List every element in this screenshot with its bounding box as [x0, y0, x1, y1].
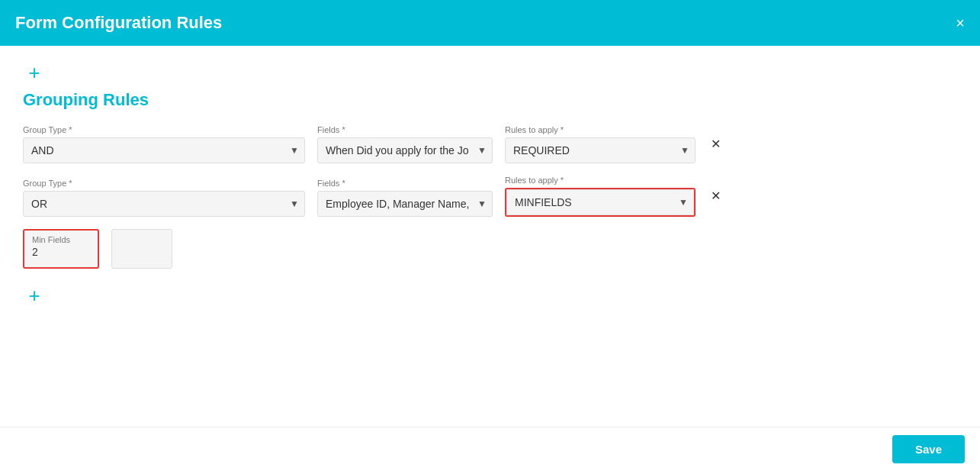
group-type-label-1: Group Type *	[23, 125, 305, 134]
rules-to-apply-select-2[interactable]: REQUIRED MINFIELDS	[506, 189, 694, 215]
rules-to-apply-field-2: Rules to apply * REQUIRED MINFIELDS ▼	[505, 176, 696, 217]
rules-to-apply-field-1: Rules to apply * REQUIRED MINFIELDS ▼	[505, 125, 696, 163]
fields-select-wrapper-1: When Did you apply for the Job?, ... ▼	[317, 137, 493, 163]
min-fields-box: Min Fields 2	[23, 229, 99, 269]
min-fields-value: 2	[32, 246, 90, 258]
group-type-select-2[interactable]: AND OR	[23, 191, 305, 217]
fields-field-2: Fields * Employee ID, Manager Name, La..…	[317, 179, 493, 217]
rules-to-apply-label-2: Rules to apply *	[505, 176, 696, 185]
rule-row: Group Type * AND OR ▼ Fields * When Did …	[23, 125, 957, 163]
fields-select-1[interactable]: When Did you apply for the Job?, ...	[317, 137, 493, 163]
fields-field-1: Fields * When Did you apply for the Job?…	[317, 125, 493, 163]
min-fields-label: Min Fields	[32, 235, 90, 244]
fields-select-2[interactable]: Employee ID, Manager Name, La...	[317, 191, 493, 217]
close-button[interactable]: ×	[956, 15, 965, 31]
modal-body: + Grouping Rules Group Type * AND OR ▼ F…	[0, 46, 980, 427]
group-type-select-wrapper-2: AND OR ▼	[23, 191, 305, 217]
add-rule-button-bottom[interactable]: +	[23, 284, 46, 307]
group-type-field-2: Group Type * AND OR ▼	[23, 179, 305, 217]
remove-rule-button-2[interactable]: ✕	[708, 185, 724, 206]
rule-row-2: Group Type * AND OR ▼ Fields * Employee …	[23, 176, 957, 217]
section-title: Grouping Rules	[23, 90, 957, 110]
rules-to-apply-select-1[interactable]: REQUIRED MINFIELDS	[505, 137, 696, 163]
group-type-label-2: Group Type *	[23, 179, 305, 188]
group-type-select-1[interactable]: AND OR	[23, 137, 305, 163]
modal-container: Form Configuration Rules × + Grouping Ru…	[0, 0, 980, 471]
sub-fields-row: Min Fields 2	[23, 229, 957, 269]
save-button[interactable]: Save	[892, 435, 965, 463]
fields-label-2: Fields *	[317, 179, 493, 188]
group-type-field-1: Group Type * AND OR ▼	[23, 125, 305, 163]
add-rule-button-top[interactable]: +	[23, 61, 46, 84]
rules-to-apply-wrapper-2: REQUIRED MINFIELDS ▼	[505, 188, 696, 217]
fields-select-wrapper-2: Employee ID, Manager Name, La... ▼	[317, 191, 493, 217]
rules-to-apply-wrapper-1: REQUIRED MINFIELDS ▼	[505, 137, 696, 163]
modal-header: Form Configuration Rules ×	[0, 0, 980, 46]
remove-rule-button-1[interactable]: ✕	[708, 134, 724, 154]
fields-label-1: Fields *	[317, 125, 493, 134]
rules-to-apply-label-1: Rules to apply *	[505, 125, 696, 134]
extra-field-box	[111, 229, 172, 269]
group-type-select-wrapper-1: AND OR ▼	[23, 137, 305, 163]
modal-footer: Save	[0, 427, 980, 471]
modal-title: Form Configuration Rules	[15, 13, 222, 33]
